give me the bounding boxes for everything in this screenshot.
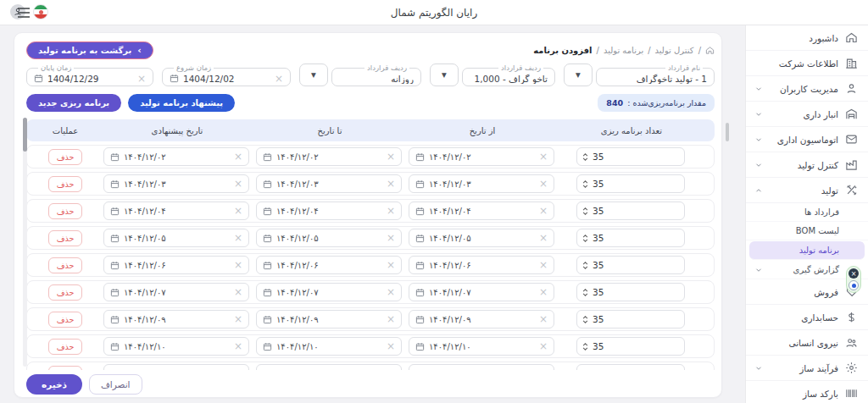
clear-icon[interactable]: × — [387, 179, 395, 189]
delete-button[interactable]: حذف — [48, 366, 83, 371]
clear-icon[interactable]: × — [234, 179, 242, 189]
number-stepper[interactable] — [582, 153, 588, 161]
delete-button[interactable]: حذف — [48, 312, 83, 328]
number-stepper[interactable] — [582, 235, 588, 242]
calendar-icon[interactable] — [415, 207, 425, 216]
start-date-input[interactable]: زمان شروع 1404/12/02 × — [162, 64, 291, 86]
calendar-icon[interactable] — [110, 288, 120, 297]
suggested-date-input[interactable]: ۱۴۰۴/۱۲/۰۹ × — [103, 310, 249, 328]
table-scrollbar[interactable] — [23, 118, 27, 367]
clear-icon[interactable]: × — [539, 287, 548, 297]
sidebar-item[interactable]: تولید — [746, 178, 868, 203]
from-date-input[interactable]: ۱۴۰۴/۱۲/۰۲ × — [409, 147, 554, 166]
clear-icon[interactable]: × — [234, 206, 242, 216]
number-stepper[interactable] — [582, 289, 588, 296]
clear-icon[interactable]: × — [234, 314, 242, 324]
suggested-date-input[interactable]: ۱۴۰۴/۱۲/۰۷ × — [103, 283, 249, 301]
period-select[interactable]: ردیف قرارداد روزانه — [331, 64, 421, 86]
number-stepper[interactable] — [582, 343, 588, 351]
calendar-icon[interactable] — [110, 234, 120, 243]
calendar-icon[interactable] — [263, 369, 272, 371]
contract-row-select[interactable]: ردیف قرارداد تاخو گراف - 1,000 — [462, 64, 555, 86]
plan-count-input[interactable]: 35 — [576, 229, 685, 247]
suggested-date-input[interactable]: ۱۴۰۴/۱۲/۰۵ × — [103, 229, 249, 247]
from-date-input[interactable]: ۱۴۰۴/۱۲/۰۳ × — [409, 174, 554, 193]
from-date-input[interactable]: ۱۴۰۴/۱۲/۰۹ × — [409, 310, 554, 328]
number-stepper[interactable] — [582, 180, 588, 188]
suggest-plan-button[interactable]: پیشنهاد برنامه تولید — [128, 94, 235, 112]
sidebar-item[interactable]: بارکد ساز — [746, 381, 868, 403]
suggested-date-input[interactable]: × — [103, 364, 249, 370]
to-date-input[interactable]: ۱۴۰۴/۱۲/۰۳ × — [256, 174, 402, 193]
calendar-icon[interactable] — [263, 315, 272, 324]
calendar-icon[interactable] — [170, 74, 179, 83]
delete-button[interactable]: حذف — [48, 230, 83, 246]
calendar-icon[interactable] — [415, 288, 425, 297]
clear-icon[interactable]: × — [387, 287, 395, 297]
plan-count-input[interactable] — [576, 364, 685, 370]
plan-count-input[interactable]: 35 — [576, 174, 685, 193]
save-button[interactable]: ذخیره — [26, 374, 82, 395]
sidebar-item[interactable]: مدیریت کاربران — [746, 76, 868, 102]
clear-icon[interactable]: × — [234, 287, 242, 297]
calendar-icon[interactable] — [415, 315, 425, 324]
sidebar-item[interactable]: برنامه تولید — [749, 241, 865, 260]
delete-button[interactable]: حذف — [48, 149, 83, 165]
calendar-icon[interactable] — [263, 179, 272, 189]
clear-icon[interactable]: × — [387, 206, 395, 216]
calendar-icon[interactable] — [415, 152, 425, 162]
to-date-input[interactable]: ۱۴۰۴/۱۲/۰۲ × — [256, 147, 402, 166]
dropdown-arrow-button[interactable]: ▼ — [430, 63, 459, 86]
plan-count-input[interactable]: 35 — [576, 256, 685, 274]
calendar-icon[interactable] — [110, 369, 120, 371]
calendar-icon[interactable] — [415, 261, 425, 270]
new-plan-button[interactable]: برنامه ریزی جدید — [26, 94, 121, 112]
to-date-input[interactable]: ۱۴۰۴/۱۲/۰۴ × — [256, 202, 402, 220]
clear-icon[interactable]: × — [234, 260, 242, 270]
calendar-icon[interactable] — [34, 74, 43, 83]
sidebar-item[interactable]: داشبورد — [746, 25, 868, 51]
clear-icon[interactable]: × — [387, 314, 395, 324]
delete-button[interactable]: حذف — [48, 176, 83, 192]
clear-icon[interactable]: × — [539, 206, 548, 216]
delete-button[interactable]: حذف — [48, 203, 83, 219]
calendar-icon[interactable] — [263, 207, 272, 216]
plan-count-input[interactable]: 35 — [576, 283, 685, 301]
breadcrumb-item[interactable]: کنترل تولید — [655, 46, 694, 55]
number-stepper[interactable] — [582, 207, 588, 215]
back-to-plan-button[interactable]: › برگشت به برنامه تولید — [26, 41, 153, 59]
calendar-icon[interactable] — [263, 261, 272, 270]
clear-icon[interactable]: × — [387, 368, 395, 370]
from-date-input[interactable]: ۱۴۰۴/۱۲/۰۵ × — [409, 229, 554, 247]
calendar-icon[interactable] — [263, 152, 272, 162]
sidebar-item[interactable]: انبار داری — [746, 102, 868, 127]
clear-icon[interactable]: × — [234, 233, 242, 243]
to-date-input[interactable]: ۱۴۰۴/۱۲/۰۷ × — [256, 283, 402, 301]
sidebar-item[interactable]: نیروی انسانی — [746, 330, 868, 356]
clear-icon[interactable]: × — [234, 341, 242, 351]
sidebar-item[interactable]: حسابداری — [746, 305, 868, 330]
to-date-input[interactable]: × — [256, 364, 402, 370]
from-date-input[interactable]: × — [409, 364, 554, 370]
calendar-icon[interactable] — [263, 342, 272, 351]
calendar-icon[interactable] — [263, 234, 272, 243]
calendar-icon[interactable] — [110, 315, 120, 324]
plan-count-input[interactable]: 35 — [576, 147, 685, 166]
calendar-icon[interactable] — [415, 369, 425, 371]
clear-icon[interactable]: × — [539, 152, 548, 162]
number-stepper[interactable] — [582, 370, 588, 371]
clear-icon[interactable]: × — [387, 233, 395, 243]
from-date-input[interactable]: ۱۴۰۴/۱۲/۰۶ × — [409, 256, 554, 274]
calendar-icon[interactable] — [415, 234, 425, 243]
plan-count-input[interactable]: 35 — [576, 310, 685, 328]
scrollbar-thumb[interactable] — [23, 118, 27, 152]
calendar-icon[interactable] — [110, 207, 120, 216]
from-date-input[interactable]: ۱۴۰۴/۱۲/۱۰ × — [409, 337, 554, 356]
dropdown-arrow-button[interactable]: ▼ — [564, 63, 593, 86]
to-date-input[interactable]: ۱۴۰۴/۱۲/۰۶ × — [256, 256, 402, 274]
cancel-button[interactable]: انصراف — [89, 374, 142, 395]
clear-icon[interactable]: × — [234, 152, 242, 162]
dropdown-arrow-button[interactable]: ▼ — [299, 63, 328, 86]
hamburger-menu-icon[interactable] — [7, 0, 41, 25]
to-date-input[interactable]: ۱۴۰۴/۱۲/۰۵ × — [256, 229, 402, 247]
